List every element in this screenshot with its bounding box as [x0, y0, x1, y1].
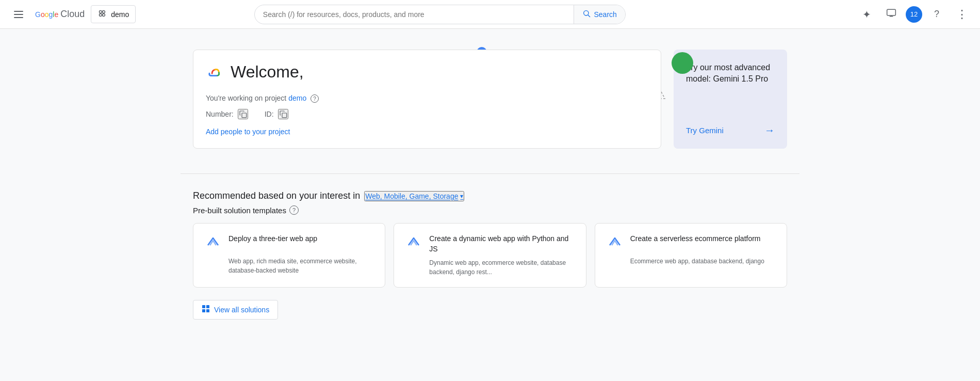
project-details: Number: ID:	[206, 109, 648, 119]
recommended-header: Recommended based on your interest in We…	[193, 190, 787, 201]
svg-rect-10	[242, 113, 247, 118]
chevron-down-icon: ▾	[460, 193, 463, 200]
solution-card-header-0: Deploy a three-tier web app	[204, 234, 374, 252]
view-all-label: View all solutions	[214, 306, 269, 314]
recommended-title: Recommended based on your interest in	[193, 190, 360, 201]
try-gemini-label: Try Gemini	[686, 126, 724, 135]
svg-line-5	[588, 15, 590, 17]
gemini-star-button[interactable]: ✦	[856, 4, 877, 25]
project-help-icon[interactable]: ?	[311, 94, 319, 103]
search-container: Search	[254, 5, 626, 24]
solution-card-header-2: Create a serverless ecommerce platform	[606, 234, 776, 252]
subtitle-help-icon[interactable]: ?	[289, 205, 299, 215]
project-name-link[interactable]: demo	[288, 94, 306, 102]
avatar-number: 12	[910, 10, 918, 18]
recommended-section: Recommended based on your interest in We…	[193, 190, 787, 320]
svg-point-3	[103, 14, 105, 17]
project-number: Number:	[206, 109, 248, 119]
interest-tag-button[interactable]: Web, Mobile, Game, Storage ▾	[364, 191, 464, 201]
screen-button[interactable]	[881, 4, 902, 25]
app-header: Google Cloud demo	[0, 0, 980, 29]
svg-rect-12	[202, 305, 205, 308]
svg-rect-15	[206, 309, 209, 312]
avatar-button[interactable]: 12	[906, 6, 922, 23]
welcome-card: Welcome, You're working on project demo …	[193, 50, 661, 149]
solution-icon-1	[404, 234, 423, 252]
welcome-title: Welcome,	[231, 62, 304, 82]
svg-rect-14	[202, 309, 205, 312]
gemini-star-icon: ✦	[862, 8, 871, 21]
header-left: Google Cloud demo	[8, 4, 136, 25]
gemini-card: Try our most advanced model: Gemini 1.5 …	[674, 50, 787, 149]
project-id: ID:	[265, 109, 288, 119]
svg-point-0	[100, 11, 102, 13]
cloud-text: Cloud	[60, 9, 85, 20]
section-subtitle: Pre-built solution templates ?	[193, 205, 787, 215]
help-button[interactable]: ?	[926, 4, 947, 25]
svg-rect-11	[282, 113, 287, 118]
solution-card-title-2: Create a serverless ecommerce platform	[630, 234, 761, 244]
interest-tag-text: Web, Mobile, Game, Storage	[365, 192, 458, 200]
view-all-solutions-button[interactable]: View all solutions	[193, 300, 278, 320]
header-right: ✦ 12 ? ⋮	[856, 4, 972, 25]
search-icon	[582, 9, 591, 19]
solution-cards-container: Deploy a three-tier web app Web app, ric…	[193, 223, 787, 288]
project-selector[interactable]: demo	[91, 5, 136, 23]
google-cloud-logo[interactable]: Google Cloud	[35, 9, 85, 20]
solution-icon-2	[606, 234, 624, 252]
arrow-right-icon: →	[764, 124, 775, 136]
solution-card-2[interactable]: Create a serverless ecommerce platform E…	[595, 223, 787, 288]
grid-icon	[202, 305, 210, 315]
solution-card-title-0: Deploy a three-tier web app	[228, 234, 317, 244]
search-input[interactable]	[255, 10, 574, 19]
solution-icon-0	[204, 234, 222, 252]
solution-card-desc-1: Dynamic web app, ecommerce website, data…	[404, 258, 575, 277]
solution-card-header-1: Create a dynamic web app with Python and…	[404, 234, 575, 254]
svg-rect-6	[887, 9, 896, 15]
project-name: demo	[111, 10, 129, 19]
subtitle-text: Pre-built solution templates	[193, 206, 286, 215]
google-logo-text: Google	[35, 10, 58, 19]
svg-point-2	[100, 14, 102, 17]
gemini-card-title: Try our most advanced model: Gemini 1.5 …	[686, 62, 775, 85]
project-icon	[97, 9, 107, 20]
solution-card-desc-0: Web app, rich media site, ecommerce webs…	[204, 257, 374, 275]
search-bar: Search	[254, 5, 626, 24]
menu-button[interactable]	[8, 4, 29, 25]
solution-card-1[interactable]: Create a dynamic web app with Python and…	[394, 223, 586, 288]
svg-rect-13	[206, 305, 209, 308]
solution-card-title-1: Create a dynamic web app with Python and…	[429, 234, 575, 254]
more-icon: ⋮	[956, 8, 967, 21]
project-info-text: You're working on project demo ?	[206, 94, 648, 103]
search-button[interactable]: Search	[574, 5, 625, 24]
solution-card-desc-2: Ecommerce web app, database backend, dja…	[606, 257, 776, 266]
solution-card-0[interactable]: Deploy a three-tier web app Web app, ric…	[193, 223, 385, 288]
help-icon: ?	[934, 9, 939, 20]
svg-point-1	[103, 11, 105, 13]
try-gemini-button[interactable]: Try Gemini →	[686, 124, 775, 136]
welcome-section: Welcome, You're working on project demo …	[193, 50, 787, 149]
section-divider	[181, 173, 799, 174]
more-options-button[interactable]: ⋮	[951, 4, 972, 25]
copy-id-button[interactable]	[278, 109, 288, 119]
search-button-label: Search	[594, 10, 616, 19]
main-content: Welcome, You're working on project demo …	[181, 29, 799, 340]
screen-icon	[886, 8, 896, 21]
cloud-logo-icon	[206, 65, 224, 80]
copy-number-button[interactable]	[238, 109, 248, 119]
welcome-header: Welcome,	[206, 62, 648, 82]
add-people-link[interactable]: Add people to your project	[206, 128, 290, 136]
